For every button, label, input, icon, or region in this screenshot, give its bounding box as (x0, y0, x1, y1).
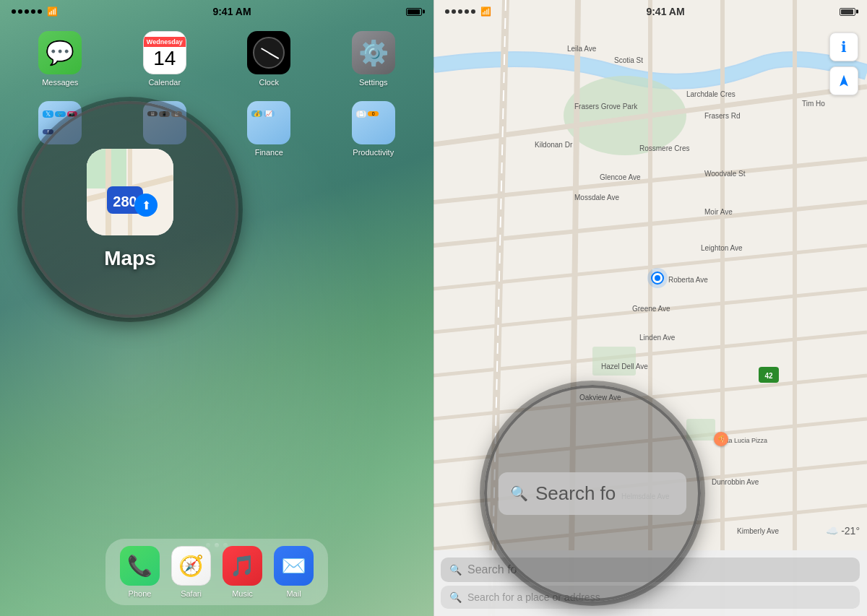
messages-label: Messages (42, 78, 78, 87)
map-label-kildonan: Kildonan Dr (535, 141, 572, 149)
poi-santa-lucia: 🍕 (714, 432, 728, 446)
search-circle-overlay: 🔍 Search fo (484, 385, 701, 602)
panel-divider (434, 0, 434, 616)
app-productivity-folder[interactable]: 📄 0 Productivity (328, 101, 420, 157)
map-location-button[interactable] (829, 66, 858, 95)
app-messages[interactable]: Messages (14, 31, 106, 87)
safari-icon[interactable]: 🧭 (171, 546, 211, 586)
map-label-linden: Linden Ave (639, 334, 675, 342)
clock-icon[interactable] (247, 31, 290, 74)
status-time-left: 9:41 AM (212, 6, 251, 17)
map-label-dunrobbin: Dunrobbin Ave (712, 478, 759, 486)
svg-text:42: 42 (764, 372, 773, 380)
svg-text:280: 280 (113, 194, 137, 209)
battery-area-right (840, 8, 855, 16)
dock-phone-label: Phone (129, 589, 152, 598)
app-calendar[interactable]: Wednesday 14 Calendar (119, 31, 211, 87)
app-settings[interactable]: ⚙️ Settings (328, 31, 420, 87)
dock-music[interactable]: 🎵 Music (223, 546, 262, 598)
search-bar-zoomed[interactable]: 🔍 Search fo (499, 472, 686, 515)
signal-dot-3 (25, 9, 29, 14)
map-label-leila: Leila Ave (567, 45, 596, 53)
signal-dot-5 (38, 9, 42, 14)
app-grid-row1: Messages Wednesday 14 Calendar Clock ⚙️ (0, 24, 434, 94)
signal-dot-2 (18, 9, 22, 14)
clock-face (253, 37, 285, 69)
signal-dot-r5 (471, 9, 475, 14)
dock-safari[interactable]: 🧭 Safari (171, 546, 211, 598)
maps-app-icon[interactable]: 280 ⬆ (87, 149, 173, 235)
search-text-zoomed: Search fo (535, 482, 616, 505)
map-label-kimberly: Kimberly Ave (737, 527, 779, 535)
dock: 📞 Phone 🧭 Safari 🎵 Music ✉️ Mail (105, 539, 328, 605)
svg-rect-16 (686, 419, 715, 441)
mail-icon[interactable]: ✉️ (274, 546, 314, 586)
map-label-greene: Greene Ave (632, 305, 670, 313)
status-bar-right: 📶 9:41 AM (434, 0, 867, 20)
app-finance-folder[interactable]: 💰 📈 Finance (223, 101, 315, 157)
search-icon-zoomed: 🔍 (510, 485, 528, 502)
music-icon[interactable]: 🎵 (223, 546, 262, 586)
signal-area: 📶 (12, 6, 58, 17)
phone-icon[interactable]: 📞 (120, 546, 160, 586)
temperature-value: -21° (841, 525, 860, 537)
search-bar-secondary[interactable]: 🔍 Search for a place or address (441, 586, 860, 609)
search-icon-secondary: 🔍 (449, 591, 462, 603)
calendar-date-number: 14 (153, 48, 176, 69)
map-label-mossdale: Mossdale Ave (574, 194, 619, 201)
signal-area-right: 📶 (445, 6, 491, 17)
map-label-frasers-grove: Frasers Grove Park (574, 103, 637, 110)
finance-folder-icon[interactable]: 💰 📈 (247, 101, 290, 144)
status-bar-left: 📶 9:41 AM (0, 0, 434, 20)
map-label-frasers-rd: Frasers Rd (704, 112, 740, 120)
svg-text:⬆: ⬆ (142, 199, 151, 212)
signal-dot-1 (12, 9, 16, 14)
map-label-rossmere: Rossmere Cres (639, 144, 689, 152)
calendar-icon[interactable]: Wednesday 14 (143, 31, 186, 74)
map-label-scotia: Scotia St (614, 56, 643, 64)
messages-icon[interactable] (38, 31, 82, 74)
signal-dot-4 (31, 9, 35, 14)
calendar-day-header: Wednesday (144, 37, 186, 47)
navigation-icon (837, 74, 851, 88)
dock-phone[interactable]: 📞 Phone (120, 546, 160, 598)
battery-icon (406, 8, 422, 16)
right-phone-panel: 42 Leila Ave Scotia St Frasers Grove Par… (434, 0, 867, 616)
signal-dot-r3 (458, 9, 462, 14)
map-label-larchdale: Larchdale Cres (686, 90, 736, 98)
weather-cloud-icon: ☁️ (826, 525, 838, 537)
signal-dot-r1 (445, 9, 449, 14)
dock-mail[interactable]: ✉️ Mail (274, 546, 314, 598)
productivity-folder-label: Productivity (353, 148, 394, 157)
dock-music-label: Music (232, 589, 253, 598)
battery-right (840, 8, 855, 16)
calendar-label: Calendar (148, 78, 181, 87)
map-info-button[interactable]: ℹ (829, 32, 858, 61)
map-label-glencoe: Glencoe Ave (600, 173, 641, 181)
map-label-moir: Moir Ave (704, 208, 733, 216)
battery-fill-right (841, 9, 853, 14)
clock-label: Clock (259, 78, 279, 87)
maps-circle-overlay[interactable]: 280 ⬆ Maps (22, 101, 238, 318)
search-icon-main: 🔍 (449, 564, 462, 576)
signal-dot-r2 (452, 9, 456, 14)
settings-icon[interactable]: ⚙️ (352, 31, 395, 74)
svg-point-21 (655, 275, 660, 281)
gear-icon: ⚙️ (358, 38, 389, 67)
app-clock[interactable]: Clock (223, 31, 315, 87)
productivity-folder-icon[interactable]: 📄 0 (352, 101, 395, 144)
map-label-hazel-dell: Hazel Dell Ave (601, 363, 648, 370)
map-label-roberta: Roberta Ave (668, 276, 708, 284)
search-placeholder-main: Search fo (467, 563, 517, 576)
maps-icon-svg: 280 ⬆ (87, 149, 173, 235)
dock-safari-label: Safari (181, 589, 202, 598)
wifi-icon-right: 📶 (480, 6, 491, 17)
svg-rect-15 (592, 347, 636, 376)
temperature-display: ☁️ -21° (826, 525, 860, 537)
search-circle-content: 🔍 Search fo (487, 458, 698, 529)
battery-fill (407, 9, 420, 14)
map-label-leighton: Leighton Ave (701, 244, 743, 252)
wifi-icon: 📶 (47, 6, 58, 17)
status-time-right: 9:41 AM (646, 6, 684, 17)
signal-dot-r4 (465, 9, 469, 14)
